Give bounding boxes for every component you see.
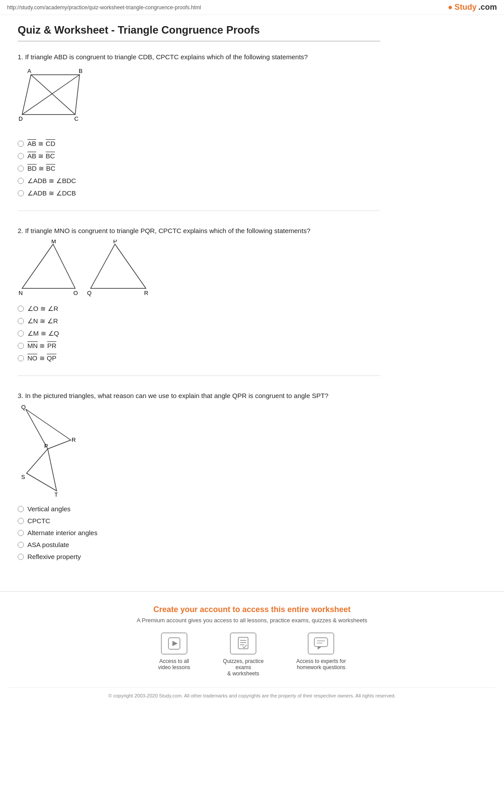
svg-text:P: P [44,443,48,449]
radio-3-2[interactable] [18,518,24,524]
top-bar: http://study.com/academy/practice/quiz-w… [0,0,504,15]
cta-subtitle: A Premium account gives you access to al… [9,617,495,624]
question-3: 3. In the pictured triangles, what reaso… [18,385,380,560]
footer-cta: Create your account to access this entir… [0,591,504,712]
diagram-q2-svg: M N O P Q R [18,240,159,297]
option-2-4[interactable]: MN ≅ PR [18,342,380,350]
quiz-icon [237,637,250,650]
radio-1-1[interactable] [18,141,24,147]
option-3-3[interactable]: Alternate interior angles [18,529,380,536]
svg-text:S: S [21,474,25,480]
svg-text:C: C [74,115,78,122]
quiz-icon-box [230,632,256,655]
radio-3-5[interactable] [18,554,24,560]
question-2-text: 2. If triangle MNO is congruent to trian… [18,227,380,234]
svg-text:B: B [79,68,83,74]
option-1-3[interactable]: BD ≅ BC [18,165,380,172]
question-1-diagram: A B C D [18,66,380,134]
cta-title: Create your account to access this entir… [9,605,495,614]
cta-icon-quiz: Quizzes, practice exams& worksheets [217,632,270,677]
svg-text:P: P [113,240,117,245]
cta-video-label: Access to allvideo lessons [158,658,191,670]
cta-icon-video: Access to allvideo lessons [158,632,191,677]
option-2-2[interactable]: ∠N ≅ ∠R [18,317,380,325]
question-2-diagram: M N O P Q R [18,240,380,299]
option-2-3[interactable]: ∠M ≅ ∠Q [18,329,380,337]
question-3-diagram: Q R P S T [18,405,380,499]
question-1-text: 1. If triangle ABD is congruent to trian… [18,53,380,61]
main-content: Quiz & Worksheet - Triangle Congruence P… [0,15,398,582]
divider-1 [18,211,380,211]
chat-icon [313,637,328,650]
cta-expert-label: Access to experts forhomework questions [296,658,346,670]
svg-line-2 [22,75,80,115]
question-1: 1. If triangle ABD is congruent to trian… [18,46,380,197]
question-2: 2. If triangle MNO is congruent to trian… [18,220,380,362]
question-3-options: Vertical angles CPCTC Alternate interior… [18,505,380,560]
option-1-2[interactable]: AB ≅ BC [18,152,380,160]
svg-marker-15 [26,409,71,449]
radio-1-3[interactable] [18,165,24,172]
svg-text:O: O [73,290,78,296]
divider-2 [18,375,380,376]
svg-text:Q: Q [87,290,92,296]
option-2-5[interactable]: NO ≅ QP [18,354,380,362]
radio-2-5[interactable] [18,355,24,361]
diagram-q1-svg: A B C D [18,66,88,132]
cta-quiz-label: Quizzes, practice exams& worksheets [217,658,270,677]
svg-text:R: R [72,437,76,443]
url-display: http://study.com/academy/practice/quiz-w… [7,4,201,11]
video-icon-box [161,632,187,655]
svg-text:M: M [51,240,56,245]
logo: ● Study.com [448,3,497,12]
option-3-1[interactable]: Vertical angles [18,505,380,513]
svg-marker-16 [27,449,57,491]
diagram-q3-svg: Q R P S T [18,405,88,498]
svg-line-1 [31,75,75,115]
cta-icon-expert: Access to experts forhomework questions [296,632,346,677]
svg-text:A: A [27,68,31,74]
option-1-1[interactable]: AB ≅ CD [18,140,380,148]
option-3-5[interactable]: Reflexive property [18,553,380,560]
logo-text: Study [454,3,477,12]
cta-icons-row: Access to allvideo lessons Quizzes, prac… [9,632,495,677]
radio-2-1[interactable] [18,306,24,312]
logo-dot: ● [448,3,453,12]
question-3-text: 3. In the pictured triangles, what reaso… [18,392,380,399]
svg-rect-28 [314,638,328,647]
question-1-options: AB ≅ CD AB ≅ BC BD ≅ BC ∠ADB ≅ ∠BDC ∠ADB… [18,140,380,197]
radio-3-3[interactable] [18,530,24,536]
radio-3-4[interactable] [18,542,24,548]
option-2-1[interactable]: ∠O ≅ ∠R [18,305,380,313]
radio-2-3[interactable] [18,330,24,337]
svg-text:T: T [54,491,58,498]
radio-1-4[interactable] [18,178,24,184]
play-icon [168,637,180,650]
svg-marker-7 [22,244,75,288]
option-1-4[interactable]: ∠ADB ≅ ∠BDC [18,177,380,185]
svg-text:N: N [19,290,23,296]
footer-copyright: © copyright 2003-2020 Study.com. All oth… [9,687,495,704]
radio-1-5[interactable] [18,190,24,196]
svg-text:Q: Q [21,405,26,410]
question-2-options: ∠O ≅ ∠R ∠N ≅ ∠R ∠M ≅ ∠Q MN ≅ PR NO ≅ QP [18,305,380,362]
radio-3-1[interactable] [18,506,24,512]
option-1-5[interactable]: ∠ADB ≅ ∠DCB [18,189,380,197]
option-3-4[interactable]: ASA postulate [18,541,380,548]
svg-marker-11 [91,244,146,288]
radio-2-2[interactable] [18,318,24,324]
svg-text:D: D [19,115,23,122]
option-3-2[interactable]: CPCTC [18,517,380,525]
svg-text:R: R [144,290,148,296]
svg-marker-23 [172,641,178,646]
expert-icon-box [308,632,334,655]
radio-1-2[interactable] [18,153,24,159]
radio-2-4[interactable] [18,343,24,349]
page-title: Quiz & Worksheet - Triangle Congruence P… [18,24,380,42]
